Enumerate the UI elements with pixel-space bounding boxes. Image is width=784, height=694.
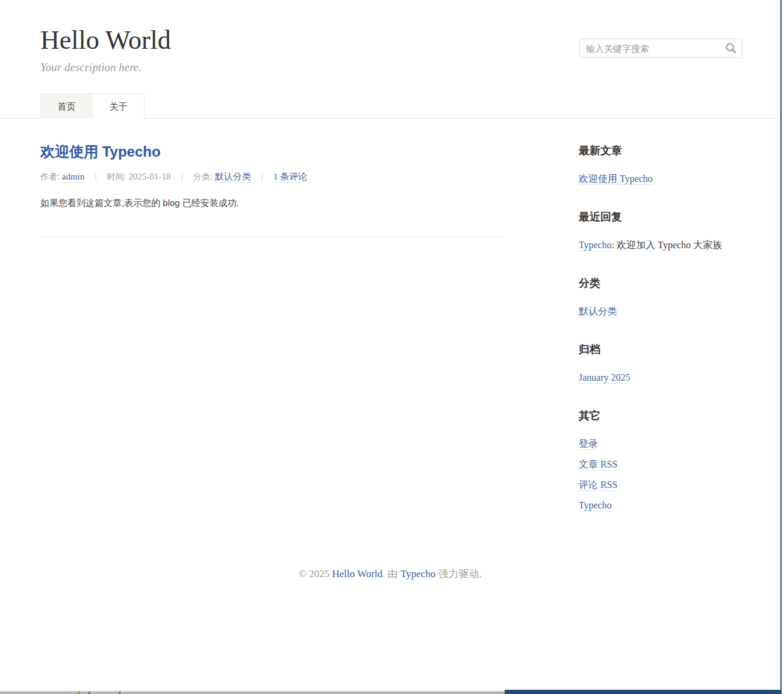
nav-tab-about[interactable]: 关于 [92,93,145,119]
list-item: 默认分类 [579,305,753,317]
widget-archives: 归档 January 2025 [579,342,753,384]
site-title[interactable]: Hello World [40,25,171,55]
footer: © 2025 Hello World. 由 Typecho 强力驱动. [0,567,780,581]
background-window-strip-blue [505,690,782,694]
author-label: 作者: [40,172,60,181]
footer-suffix-text: 强力驱动. [435,568,482,580]
background-speck [89,692,90,694]
meta-separator: | [181,172,183,181]
post-date: 2025-01-18 [128,172,170,181]
search-icon[interactable] [725,42,737,54]
comment-author-link[interactable]: Typecho [579,240,612,251]
archive-link[interactable]: January 2025 [579,372,630,384]
comments-link[interactable]: 1 条评论 [273,172,307,183]
footer-engine-link[interactable]: Typecho [400,568,435,580]
list-item: 文章 RSS [579,458,753,470]
widget-title-misc: 其它 [579,408,753,423]
widget-title-categories: 分类 [579,276,753,290]
list-item: Typecho: 欢迎加入 Typecho 大家族 [579,239,753,251]
post-body: 如果您看到这篇文章,表示您的 blog 已经安装成功. [40,196,503,210]
comment-excerpt: : 欢迎加入 Typecho 大家族 [612,240,722,250]
login-link[interactable]: 登录 [579,439,598,450]
category-label: 分类: [193,172,213,181]
recent-post-link[interactable]: 欢迎使用 Typecho [579,174,653,185]
meta-separator: | [261,172,264,181]
typecho-link[interactable]: Typecho [579,500,612,511]
time-label: 时间: [107,172,126,181]
comments-rss-link[interactable]: 评论 RSS [579,480,617,491]
sidebar: 最新文章 欢迎使用 Typecho 最近回复 Typecho: 欢迎加入 Typ… [579,119,753,511]
background-speck [119,692,120,694]
widget-categories: 分类 默认分类 [579,276,753,317]
list-item: January 2025 [579,372,753,384]
post-meta: 作者: admin | 时间: 2025-01-18 | 分类: 默认分类 | … [40,171,503,183]
footer-middle-text: . 由 [382,568,400,580]
post-divider [40,237,503,237]
post-title[interactable]: 欢迎使用 Typecho [40,142,503,161]
list-item: 登录 [579,438,753,450]
search-input[interactable] [579,39,742,58]
nav-tab-home[interactable]: 首页 [40,93,93,119]
main-content: 欢迎使用 Typecho 作者: admin | 时间: 2025-01-18 … [40,119,503,237]
footer-site-link[interactable]: Hello World [332,568,383,580]
category-link[interactable]: 默认分类 [215,172,251,183]
background-window-strip [0,691,505,694]
widget-title-recent-posts: 最新文章 [579,143,753,158]
copyright-text: © 2025 [299,568,332,580]
background-speck [78,692,79,694]
widget-title-archives: 归档 [579,342,753,357]
widget-misc: 其它 登录 文章 RSS 评论 RSS Typecho [579,408,753,511]
widget-recent-comments: 最近回复 Typecho: 欢迎加入 Typecho 大家族 [579,210,753,251]
list-item: 欢迎使用 Typecho [579,173,753,185]
site-description: Your description here. [40,61,142,74]
widget-recent-posts: 最新文章 欢迎使用 Typecho [579,143,753,185]
window-right-edge [780,0,782,694]
posts-rss-link[interactable]: 文章 RSS [579,459,617,470]
list-item: Typecho [579,499,753,511]
main-nav: 首页 关于 [0,93,780,119]
author-link[interactable]: admin [62,172,85,183]
list-item: 评论 RSS [579,479,753,491]
widget-title-recent-comments: 最近回复 [579,210,753,224]
category-sidebar-link[interactable]: 默认分类 [579,306,617,317]
search-box [579,39,742,58]
meta-separator: | [95,172,97,181]
